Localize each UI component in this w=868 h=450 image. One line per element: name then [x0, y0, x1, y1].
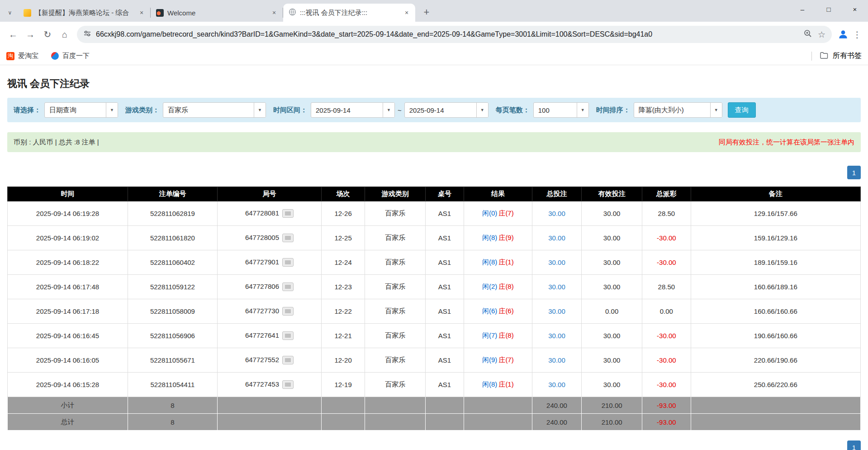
table-header-row: 时间注单编号局号场次游戏类别桌号结果总投注有效投注总派彩备注: [8, 187, 861, 201]
reload-icon[interactable]: ↻: [39, 26, 56, 43]
profile-icon[interactable]: [835, 27, 851, 42]
cell-total-bet[interactable]: 30.00: [532, 373, 581, 397]
tab-welcome[interactable]: Welcome ×: [151, 4, 283, 22]
date-range-label: 时间区间：: [273, 106, 307, 115]
date-start-input[interactable]: 2025-09-14 ▼: [311, 102, 395, 118]
chevron-down-icon[interactable]: ▼: [106, 103, 118, 117]
summary-bar: 币别 : 人民币 | 总共 :8 注单 | 同局有效投注，统一计算在该局第一张注…: [7, 132, 861, 152]
cell-result: 闲(9)庄(7): [464, 348, 532, 373]
menu-kebab-icon[interactable]: ⋮: [851, 29, 863, 40]
site-settings-icon[interactable]: [83, 29, 91, 39]
globe-favicon-icon: [289, 8, 296, 17]
cell-table-no: AS1: [426, 299, 464, 324]
close-button[interactable]: ×: [842, 0, 868, 18]
tab-close-icon[interactable]: ×: [137, 8, 147, 18]
empty-cell: [322, 397, 365, 414]
empty-cell: [217, 397, 321, 414]
sort-select[interactable]: 降冪(由大到小) ▼: [634, 102, 722, 118]
maximize-button[interactable]: □: [816, 0, 842, 18]
tab-close-icon[interactable]: ×: [269, 8, 279, 18]
page-size-select[interactable]: 100 ▼: [533, 102, 589, 118]
bookmark-label: 爱淘宝: [18, 52, 38, 60]
cell-total-bet[interactable]: 30.00: [532, 299, 581, 324]
cell-total-bet[interactable]: 30.00: [532, 201, 581, 226]
cell-round: 647727901: [217, 250, 321, 275]
forward-icon[interactable]: →: [22, 26, 39, 43]
tab-close-icon[interactable]: ×: [402, 8, 412, 18]
back-icon[interactable]: ←: [5, 26, 22, 43]
zoom-icon[interactable]: [803, 29, 812, 40]
cell-valid-bet: 30.00: [582, 373, 642, 397]
video-replay-icon[interactable]: [282, 282, 294, 291]
banker-result: 庄(7): [498, 209, 513, 217]
cell-time: 2025-09-14 06:17:48: [8, 275, 128, 299]
cell-game-type: 百家乐: [365, 201, 426, 226]
video-replay-icon[interactable]: [282, 380, 294, 389]
cell-note: 129.16/157.66: [691, 201, 860, 226]
bookmark-baidu[interactable]: 百度一下: [51, 52, 90, 60]
chevron-down-icon[interactable]: ▼: [476, 103, 488, 117]
home-icon[interactable]: ⌂: [56, 26, 73, 43]
divider: [811, 52, 812, 61]
banker-result: 庄(6): [498, 307, 513, 315]
all-bookmarks-button[interactable]: 所有书签: [811, 51, 862, 61]
url-text[interactable]: 66cxkj98.com/game/betrecord_search/kind3…: [96, 30, 799, 38]
url-bar[interactable]: 66cxkj98.com/game/betrecord_search/kind3…: [77, 26, 832, 43]
chevron-down-icon[interactable]: ▼: [254, 103, 266, 117]
cell-payout: 0.00: [642, 299, 691, 324]
game-type-select[interactable]: 百家乐 ▼: [163, 102, 266, 118]
cell-total-bet[interactable]: 30.00: [532, 275, 581, 299]
cell-valid-bet: 30.00: [582, 250, 642, 275]
new-tab-button[interactable]: +: [419, 5, 434, 20]
video-replay-icon[interactable]: [282, 258, 294, 267]
sort-label: 时间排序：: [596, 106, 630, 115]
chevron-down-icon[interactable]: ▼: [577, 103, 588, 117]
query-type-select[interactable]: 日期查询 ▼: [44, 102, 118, 118]
date-end-input[interactable]: 2025-09-14 ▼: [404, 102, 489, 118]
cell-table-no: AS1: [426, 201, 464, 226]
cell-time: 2025-09-14 06:18:22: [8, 250, 128, 275]
cell-table-no: AS1: [426, 324, 464, 348]
cell-game-type: 百家乐: [365, 275, 426, 299]
chevron-down-icon[interactable]: ▼: [383, 103, 394, 117]
cell-bet-id: 522811056906: [128, 324, 217, 348]
tab-bet-records[interactable]: :::视讯 会员下注纪录::: ×: [283, 4, 415, 22]
video-replay-icon[interactable]: [282, 234, 294, 242]
tab-forum[interactable]: 【新提醒】海燕策略论坛 - 综合 ×: [18, 4, 150, 22]
player-result: 闲(0): [482, 209, 497, 217]
cell-total-bet[interactable]: 30.00: [532, 226, 581, 250]
video-replay-icon[interactable]: [282, 307, 294, 316]
bookmark-aitaobao[interactable]: 淘 爱淘宝: [6, 52, 38, 60]
currency-total-text: 币别 : 人民币 | 总共 :8 注单 |: [14, 138, 99, 147]
search-button[interactable]: 查询: [728, 102, 756, 118]
cell-total-bet[interactable]: 30.00: [532, 348, 581, 373]
page-1-button[interactable]: 1: [847, 440, 861, 450]
tab-search-icon[interactable]: ∨: [2, 4, 18, 22]
page-1-button[interactable]: 1: [847, 166, 861, 179]
empty-cell: [426, 414, 464, 431]
cell-game-type: 百家乐: [365, 348, 426, 373]
video-replay-icon[interactable]: [282, 331, 294, 340]
column-header: 局号: [217, 187, 321, 201]
cell-total-bet[interactable]: 30.00: [532, 324, 581, 348]
chevron-down-icon[interactable]: ▼: [710, 103, 722, 117]
forum-favicon-icon: [24, 9, 31, 17]
cell-total-bet[interactable]: 30.00: [532, 250, 581, 275]
bookmark-star-icon[interactable]: ☆: [818, 29, 825, 40]
cell-time: 2025-09-14 06:19:02: [8, 226, 128, 250]
column-header: 总派彩: [642, 187, 691, 201]
date-range-separator: ~: [398, 106, 402, 114]
video-replay-icon[interactable]: [282, 356, 294, 364]
cell-game-type: 百家乐: [365, 324, 426, 348]
cell-payout: -30.00: [642, 373, 691, 397]
cell-round: 647727806: [217, 275, 321, 299]
pagination-top: 1: [7, 166, 861, 179]
column-header: 游戏类别: [365, 187, 426, 201]
banker-result: 庄(8): [498, 331, 513, 339]
all-bookmarks-label: 所有书签: [833, 51, 862, 61]
page-size-label: 每页笔数：: [496, 106, 530, 115]
subtotal-count: 8: [128, 397, 217, 414]
cell-payout: 28.50: [642, 275, 691, 299]
minimize-button[interactable]: –: [789, 0, 816, 18]
video-replay-icon[interactable]: [282, 209, 294, 218]
